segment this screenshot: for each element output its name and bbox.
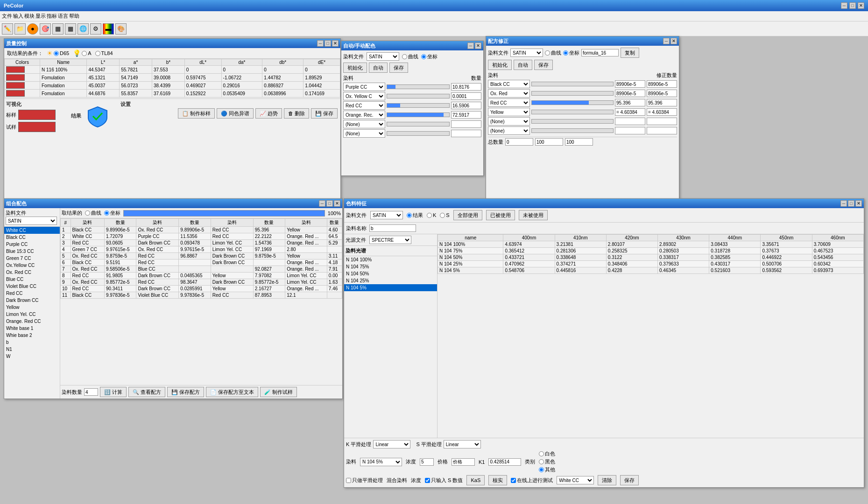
quality-table-container[interactable]: Colors Name L* a* b* dL* da* db* dE* N 1… [4,59,340,98]
combo-view-formula-btn[interactable]: 🔍 查看配方 [128,387,165,397]
spectrum-list-item[interactable]: N 104 75% [344,263,437,270]
combo-dye-list-item[interactable]: Limon Yel. CC [4,311,60,318]
fc-dye-select-0[interactable]: Black CC [488,80,530,88]
formula-curve-radio[interactable]: 曲线 [545,49,561,56]
price-input[interactable] [452,458,475,466]
minimize-btn[interactable]: ─ [841,2,847,9]
combo-calc-btn[interactable]: 🔢 计算 [100,387,127,397]
tool-globe[interactable]: 🌐 [78,23,89,35]
white-radio[interactable]: 白色 [539,450,555,457]
auto-dye-select-5[interactable]: (None) [343,129,385,138]
combo-save-text-btn[interactable]: 📄 保存配方至文本 [206,387,258,397]
other-radio[interactable]: 其他 [539,466,555,473]
spectrum-list-item[interactable]: N 104 100% [344,256,437,263]
quality-minimize[interactable]: ─ [317,40,324,47]
fc-val1-1[interactable] [615,90,645,97]
combo-dye-list[interactable]: White CCBlack CCPurple CCBlue 15:3 CCGre… [4,227,60,399]
dye-char-result-radio[interactable]: 结果 [407,212,423,219]
dye-char-maximize[interactable]: □ [848,200,854,207]
formula-total-1[interactable] [535,138,563,146]
quality-close[interactable]: ✕ [332,40,339,47]
fc-dye-select-1[interactable]: Ox. Red [488,89,530,98]
formula-name-input[interactable] [581,49,619,56]
combo-table-container[interactable]: # 染料 数量 染料 数量 染料 数量 染料 数量 1 Black CC 9.8… [60,218,342,385]
light-file-select[interactable]: SPECTRE [369,236,411,244]
only-smooth-check[interactable]: 只做平滑处理 [346,477,383,484]
dye-name-input[interactable] [369,224,416,232]
tool-open[interactable]: 📁 [14,23,26,35]
fc-dye-select-4[interactable]: (None) [488,117,530,126]
combo-maximize[interactable]: □ [326,200,333,207]
tool-new[interactable]: ✏️ [2,23,13,35]
combo-dye-list-item[interactable]: Whie base 2 [4,332,60,339]
auto-dye-file-select[interactable]: SATIN [367,52,399,61]
fc-val1-0[interactable] [615,80,645,88]
radio-a[interactable] [82,51,87,56]
used-btn[interactable]: 已被使用 [486,210,515,220]
combo-dye-list-item[interactable]: Ox. Red CC [4,269,60,276]
conc-input[interactable] [420,458,434,466]
combo-controls[interactable]: ─ □ ✕ [319,200,340,207]
combo-dye-list-item[interactable]: Blue 15:3 CC [4,248,60,255]
combo-save-formula-btn[interactable]: 💾 保存配方 [167,387,204,397]
combo-curve-radio[interactable]: 曲线 [85,210,101,217]
formula-init-btn[interactable]: 初始化 [488,60,512,70]
delete-btn[interactable]: 🗑 删除 [284,108,309,119]
combo-dye-list-item[interactable]: Dark Brown CC [4,297,60,304]
formula-standard-radio[interactable]: 坐标 [563,49,579,56]
menu-language[interactable]: 语言 [58,13,68,20]
combo-dye-list-item[interactable]: Red CC [4,290,60,297]
fc-dye-select-2[interactable]: Red CC [488,98,530,107]
combo-close[interactable]: ✕ [334,200,340,207]
formula-auto-btn[interactable]: 自动 [514,60,532,70]
auto-standard-radio[interactable]: 坐标 [421,53,438,60]
auto-match-close[interactable]: ✕ [475,42,481,49]
auto-dye-qty-4[interactable] [451,120,481,128]
menu-input[interactable]: 输入 [13,13,23,20]
formula-copy-btn[interactable]: 复制 [621,48,639,58]
dye-save-btn[interactable]: 保存 [620,475,639,485]
auto-match-controls[interactable]: ─ ✕ [467,42,481,49]
combo-dye-file-select[interactable]: SATIN [6,217,57,225]
auto-dye-select-1[interactable]: Ox. Yellow C [343,92,385,100]
tool-grid2[interactable]: ▦ [65,23,76,35]
verify-btn[interactable]: 核实 [488,475,507,485]
combo-dye-count-input[interactable] [84,388,98,396]
auto-match-minimize[interactable]: ─ [467,42,474,49]
auto-dye-qty-1[interactable] [451,92,481,100]
make-standard-btn[interactable]: 📋 制作标样 [178,108,215,119]
auto-dye-qty-3[interactable] [451,111,481,119]
combo-dye-list-item[interactable]: Green 7 CC [4,255,60,262]
formula-total-2[interactable] [565,138,593,146]
app-window-controls[interactable]: ─ □ ✕ [841,2,864,9]
maximize-btn[interactable]: □ [849,2,856,9]
smooth-k-select[interactable]: Linear [373,440,410,448]
radio-tl84[interactable] [95,51,100,56]
dye-char-controls[interactable]: ─ □ ✕ [840,200,862,207]
clear-btn[interactable]: 清除 [598,475,616,485]
formula-total-0[interactable] [505,138,533,146]
spectrum-list-item[interactable]: N 104 5% [344,284,437,291]
combo-dye-list-item[interactable]: White base 1 [4,325,60,332]
formula-close[interactable]: ✕ [670,38,677,44]
combo-dye-list-item[interactable]: Yellow [4,304,60,311]
fc-val2-2[interactable] [647,99,677,106]
auto-auto-btn[interactable]: 自动 [369,63,388,73]
fc-dye-select-5[interactable]: (None) [488,126,530,135]
auto-dye-qty-5[interactable] [451,130,481,137]
formula-controls[interactable]: ─ ✕ [663,38,677,44]
menu-help[interactable]: 帮助 [69,13,79,20]
auto-dye-select-4[interactable]: (None) [343,120,385,128]
formula-save-btn[interactable]: 保存 [534,60,553,70]
tool-grid1[interactable]: ▦ [52,23,64,35]
combo-dye-list-item[interactable]: W [4,353,60,360]
dye-char-close[interactable]: ✕ [855,200,862,207]
tool-colors[interactable]: ▬ [103,23,114,35]
spectrum-list-item[interactable]: N 104 25% [344,277,437,284]
kas-btn[interactable]: KaS [466,475,485,485]
smooth-s-select[interactable]: Linear [444,440,481,448]
dye-spectrum-list[interactable]: N 104 100%N 104 75%N 104 50%N 104 25%N 1… [344,256,437,438]
dye-char-k-radio[interactable]: K [427,212,436,218]
k1-input[interactable] [488,458,521,466]
only-s-check[interactable]: 只输入 S 数值 [425,477,463,484]
